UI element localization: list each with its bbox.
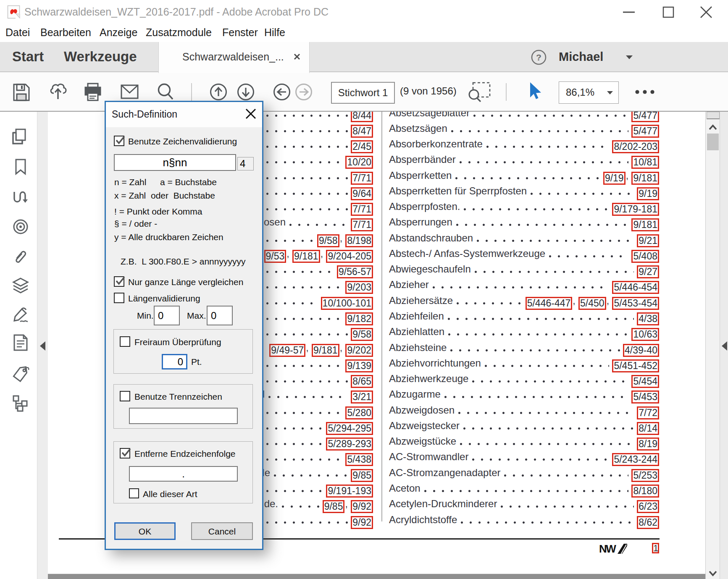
sidebar-page-thumbnails-icon[interactable]	[11, 128, 29, 146]
index-row-right: AC-Stromzangenadapter5/253	[389, 465, 660, 480]
ref-separator: ,	[340, 233, 345, 244]
page-ref-link[interactable]: 9/92	[351, 516, 373, 529]
navigation-icon-sidebar	[0, 112, 37, 579]
marquee-zoom-icon[interactable]	[467, 72, 492, 113]
tab-close-icon[interactable]	[293, 53, 301, 62]
page-refs: 9/85	[350, 465, 373, 480]
checkbox-laengenvalidierung[interactable]	[114, 293, 124, 303]
cancel-button[interactable]: Cancel	[191, 522, 253, 540]
nwz-logo: NW	[599, 544, 627, 555]
tab-document[interactable]: Schwarzwaldeisen_...	[158, 42, 310, 73]
more-options-button[interactable]	[634, 72, 656, 112]
checkbox-benutze-zeichenvalidierung[interactable]	[114, 136, 124, 146]
dialog-body: Benutze Zeichenvalidierung n§nn 4 n = Za…	[106, 127, 262, 550]
checkbox-trennzeichen[interactable]	[120, 391, 130, 401]
zoom-value: 86,1%	[566, 82, 594, 103]
sidebar-content-icon[interactable]	[11, 333, 29, 352]
menu-item-zusatzmodule[interactable]: Zusatzmodule	[146, 24, 212, 42]
close-button[interactable]	[691, 0, 721, 24]
freiraum-input[interactable]: 0	[162, 354, 187, 369]
checkbox-freiraum[interactable]	[120, 336, 130, 347]
page-refs: 5/477	[631, 121, 660, 136]
minimize-button[interactable]	[614, 0, 644, 24]
dialog-close-icon[interactable]	[245, 108, 256, 119]
sidebar-bookmarks-icon[interactable]	[11, 157, 29, 176]
pattern-input[interactable]: n§nn	[114, 154, 236, 171]
menu-item-fenster[interactable]: Fenster	[222, 24, 258, 42]
dot-leader	[265, 230, 314, 246]
index-row-right: Abzweigstücke8/19	[389, 433, 660, 449]
menu-item-bearbeiten[interactable]: Bearbeiten	[40, 24, 91, 42]
sidebar-tags-icon[interactable]	[11, 364, 29, 382]
previous-view-icon[interactable]	[273, 72, 291, 113]
zoom-level-select[interactable]: 86,1%	[559, 81, 619, 104]
vertical-scrollbar-thumb[interactable]	[707, 134, 719, 150]
page-indicator: (9 von 1956)	[400, 72, 457, 112]
save-icon[interactable]	[13, 72, 30, 113]
checkbox-alle-dieser-art[interactable]	[129, 488, 139, 498]
legend-punkt: ! = Punkt oder Komma	[114, 206, 202, 217]
index-row-right: Absetzsägeblätter5/477	[389, 112, 660, 121]
nav-panel-collapsed-strip[interactable]	[37, 112, 48, 579]
index-entry-label: Absperrungen	[389, 214, 452, 230]
page-number-link[interactable]: 1	[652, 543, 659, 553]
scroll-up-icon[interactable]	[709, 124, 717, 133]
index-row-right: AC-Stromwandler5/243-244	[389, 449, 660, 464]
user-menu[interactable]: Michael	[559, 42, 603, 71]
horizontal-scrollbar[interactable]	[48, 574, 705, 579]
sidebar-order-icon[interactable]	[11, 393, 29, 412]
print-icon[interactable]	[84, 72, 102, 113]
min-input[interactable]: 0	[154, 306, 180, 325]
chevron-down-icon	[607, 91, 613, 94]
acrobat-window: Schwarzwaldeisen_WZT_2016-2017.pdf - Ado…	[0, 0, 728, 579]
endzeichen-input[interactable]: .	[129, 466, 238, 482]
dot-leader	[447, 324, 628, 339]
page-refs: 9/181	[631, 214, 660, 230]
page-refs: 7/71	[350, 168, 373, 183]
sidebar-destinations-icon[interactable]	[11, 217, 29, 236]
scroll-down-icon[interactable]	[709, 569, 717, 579]
next-view-icon[interactable]	[295, 72, 313, 113]
page-refs: 9/203	[345, 277, 373, 292]
sidebar-signatures-icon[interactable]	[11, 306, 29, 324]
max-input[interactable]: 0	[207, 306, 233, 325]
sidebar-layers-icon[interactable]	[11, 276, 29, 295]
tab-werkzeuge[interactable]: Werkzeuge	[64, 42, 137, 71]
dot-leader	[456, 293, 523, 308]
horizontal-scrollbar-thumb[interactable]	[48, 574, 705, 579]
index-entry-label: Abwiegeschaufeln	[389, 261, 471, 277]
trennzeichen-input[interactable]	[129, 408, 238, 424]
checkbox-nur-ganze-laenge[interactable]	[114, 276, 124, 287]
vertical-scrollbar[interactable]	[705, 112, 720, 579]
dialog-title-bar[interactable]: Such-Definition	[106, 102, 262, 127]
page-refs: 10/81	[631, 152, 660, 167]
page-refs: 8/65	[350, 371, 373, 386]
page-ref-link[interactable]: 8/62	[637, 516, 659, 529]
menu-item-hilfe[interactable]: Hilfe	[264, 24, 285, 42]
index-entry-label: Absetzsägeblätter	[389, 112, 470, 121]
tab-start[interactable]: Start	[12, 42, 44, 71]
tools-panel-collapsed-strip[interactable]	[720, 112, 728, 579]
index-row-right: Abstandschrauben9/21	[389, 230, 660, 246]
scrollbar-split-handle[interactable]	[707, 112, 720, 119]
maximize-button[interactable]	[654, 0, 683, 24]
help-icon[interactable]: ?	[531, 50, 547, 67]
acrobat-pdf-icon	[7, 5, 20, 21]
page-refs: 3/21	[350, 386, 373, 402]
menu-item-datei[interactable]: Datei	[5, 24, 30, 42]
menu-item-anzeige[interactable]: Anzeige	[100, 24, 137, 42]
share-cloud-icon[interactable]	[49, 72, 67, 113]
sidebar-attachments-icon[interactable]	[11, 247, 29, 266]
panel-collapse-icon[interactable]	[40, 341, 45, 351]
sidebar-articles-icon[interactable]	[11, 188, 29, 206]
stichwort-input[interactable]: Stichwort 1	[331, 82, 395, 104]
panel-collapse-icon[interactable]	[722, 341, 727, 351]
ok-button[interactable]: OK	[114, 522, 176, 540]
select-cursor-icon[interactable]	[526, 72, 543, 113]
checkbox-endzeichen[interactable]	[120, 448, 130, 458]
page-refs: 8/202-203	[612, 136, 660, 152]
dot-leader	[265, 152, 342, 167]
dialog-title: Such-Definition	[112, 102, 177, 127]
page-refs: 5/408	[631, 246, 660, 261]
page-refs: 8/62	[636, 512, 660, 527]
